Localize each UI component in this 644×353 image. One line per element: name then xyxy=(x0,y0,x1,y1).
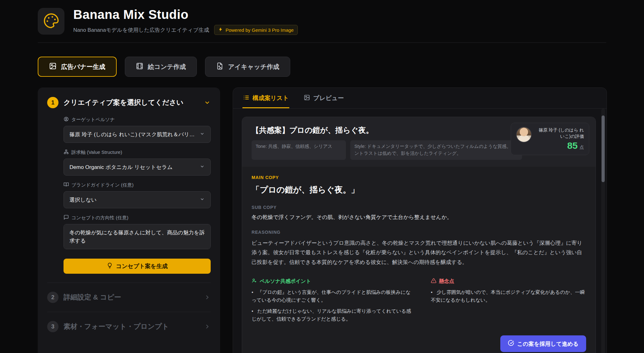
mode-tab-eyecatch[interactable]: アイキャッチ作成 xyxy=(205,57,290,77)
sub-copy-label: SUB COPY xyxy=(252,205,586,210)
app-header: Banana Mix Studio Nano Bananaモデルを使用した広告ク… xyxy=(0,0,644,35)
main-copy-label: MAIN COPY xyxy=(252,175,586,180)
tab-concept-list[interactable]: 構成案リスト xyxy=(242,88,289,108)
generate-concepts-button[interactable]: コンセプト案を生成 xyxy=(64,259,211,274)
step-divider xyxy=(47,283,211,283)
alert-triangle-icon xyxy=(431,278,436,285)
reasoning-label: REASONING xyxy=(252,230,586,235)
check-circle-icon xyxy=(508,340,514,348)
chevron-down-icon xyxy=(200,131,205,138)
message-square-icon xyxy=(64,215,69,221)
value-axis-label: 訴求軸 (Value Structure) xyxy=(64,149,211,155)
user-circle-icon xyxy=(64,116,69,123)
concept-direction-textarea[interactable]: 冬の乾燥が気になる篠原さんに対して、商品の魅力を訴求する xyxy=(64,224,211,249)
concept-list: 【共感案】プロの鎧が、揺らぐ夜。 Tone: 共感、静寂、信頼感、シリアス St… xyxy=(233,109,607,353)
powered-by-badge: Powered by Gemini 3 Pro Image xyxy=(214,25,298,35)
rating-name: 篠原 玲子 (しのはら れいこ)の評価 xyxy=(536,127,584,140)
step2-number-badge: 2 xyxy=(47,292,58,303)
app-title: Banana Mix Studio xyxy=(73,8,298,22)
brand-guideline-select[interactable]: 選択しない xyxy=(64,191,211,208)
results-panel: 構成案リスト プレビュー 【共感案】プロの鎧が、揺らぐ夜。 Tone: 共感、静… xyxy=(233,87,607,353)
step3-header[interactable]: 3 素材・フォーマット・プロンプト xyxy=(47,321,211,332)
empathy-point: 『プロの鎧』という言葉が、仕事へのプライドと肌悩みの板挟みになっている今の心境に… xyxy=(252,289,413,304)
tone-chip: Tone: 共感、静寂、信頼感、シリアス xyxy=(252,140,346,160)
brand-guideline-label: ブランドガイドライン (任意) xyxy=(64,182,211,188)
lightbulb-icon xyxy=(107,262,113,270)
scrollbar-track[interactable] xyxy=(601,109,605,353)
lightning-icon xyxy=(218,27,223,33)
chevron-right-icon xyxy=(204,323,211,330)
persona-avatar xyxy=(516,127,532,143)
step3-title: 素材・フォーマット・プロンプト xyxy=(64,322,199,331)
step1-header[interactable]: 1 クリエイティブ案を選択してください xyxy=(47,97,211,108)
film-icon xyxy=(136,62,143,71)
results-tab-bar: 構成案リスト プレビュー xyxy=(233,88,607,109)
step2-header[interactable]: 2 詳細設定 & コピー xyxy=(47,292,211,303)
app-logo xyxy=(38,8,64,35)
reasoning-text: ビューティーアドバイザーというプロ意識の高さと、冬の乾燥とマスク荒れで理想通りに… xyxy=(252,238,586,267)
step1-title: クリエイティブ案を選択してください xyxy=(64,98,199,107)
concern-point: 少し雰囲気が暗いので、本当にポジティブな変化があるのか、一瞬不安になるかもしれな… xyxy=(431,289,586,304)
concern-points-header: 懸念点 xyxy=(431,278,586,285)
persona-select[interactable]: 篠原 玲子 (しのはら れいこ) (マスク肌荒れ＆バリア不全層) xyxy=(64,126,211,143)
concern-points-section: 懸念点 少し雰囲気が暗いので、本当にポジティブな変化があるのか、一瞬不安になるか… xyxy=(431,278,586,326)
chevron-down-icon xyxy=(200,197,205,203)
persona-label: ターゲットペルソナ xyxy=(64,116,211,123)
file-image-icon xyxy=(216,62,224,71)
chevron-down-icon xyxy=(200,164,205,171)
sub-copy-text: 冬の乾燥で浮くファンデ。その肌、剥がさない角質ケアで土台から整えませんか。 xyxy=(252,214,586,221)
step2-title: 詳細設定 & コピー xyxy=(64,293,199,302)
chevron-down-icon xyxy=(204,99,211,106)
list-icon xyxy=(243,94,249,102)
concept-card-empathy: 【共感案】プロの鎧が、揺らぐ夜。 Tone: 共感、静寂、信頼感、シリアス St… xyxy=(242,117,596,353)
mode-tab-bar: 広告バナー生成 絵コンテ作成 アイキャッチ作成 xyxy=(0,43,644,77)
mode-tab-banner[interactable]: 広告バナー生成 xyxy=(38,57,117,77)
image-icon xyxy=(304,94,310,102)
style-chip: Style: ドキュメンタリータッチで、少しざらついたフィルムのような質感。コン… xyxy=(350,140,522,160)
value-axis-select[interactable]: Demo Organic ボタニカル リセットセラム xyxy=(64,159,211,176)
concept-direction-label: コンセプトの方向性 (任意) xyxy=(64,215,211,221)
app-window: Banana Mix Studio Nano Bananaモデルを使用した広告ク… xyxy=(0,0,644,353)
empathy-points-section: ペルソナ共感ポイント 『プロの鎧』という言葉が、仕事へのプライドと肌悩みの板挟み… xyxy=(252,278,413,326)
rating-score: 85点 xyxy=(536,140,584,151)
image-icon xyxy=(49,62,57,71)
adopt-concept-button[interactable]: この案を採用して進める xyxy=(500,335,586,352)
step1-number-badge: 1 xyxy=(47,97,58,108)
book-icon xyxy=(64,182,69,188)
main-copy-text: 「プロの鎧が、揺らぐ夜。」 xyxy=(252,184,586,195)
empathy-points-header: ペルソナ共感ポイント xyxy=(252,278,413,285)
chevron-right-icon xyxy=(204,294,211,301)
header-text: Banana Mix Studio Nano Bananaモデルを使用した広告ク… xyxy=(73,8,298,35)
empathy-point: ただ綺麗なだけじゃない、リアルな肌悩みに寄り添ってくれている感じがして、信頼でき… xyxy=(252,307,413,323)
step3-number-badge: 3 xyxy=(47,321,58,332)
palette-icon xyxy=(43,13,59,30)
user-heart-icon xyxy=(252,278,257,285)
sitemap-icon xyxy=(64,149,69,155)
concept-card-body: MAIN COPY 「プロの鎧が、揺らぐ夜。」 SUB COPY 冬の乾燥で浮く… xyxy=(242,167,596,353)
app-subtitle: Nano Bananaモデルを使用した広告クリエイティブ生成 xyxy=(73,26,209,34)
tab-preview[interactable]: プレビュー xyxy=(303,88,344,108)
concept-card-header: 【共感案】プロの鎧が、揺らぐ夜。 Tone: 共感、静寂、信頼感、シリアス St… xyxy=(242,117,596,167)
step-divider xyxy=(47,312,211,312)
scrollbar-thumb[interactable] xyxy=(602,115,605,182)
mode-tab-storyboard[interactable]: 絵コンテ作成 xyxy=(125,57,197,77)
step1-body: ターゲットペルソナ 篠原 玲子 (しのはら れいこ) (マスク肌荒れ＆バリア不全… xyxy=(47,108,211,274)
setup-sidebar: 1 クリエイティブ案を選択してください ターゲットペルソナ 篠原 玲子 (しのは… xyxy=(38,87,220,353)
persona-rating-badge: 篠原 玲子 (しのはら れいこ)の評価 85点 xyxy=(511,123,589,155)
